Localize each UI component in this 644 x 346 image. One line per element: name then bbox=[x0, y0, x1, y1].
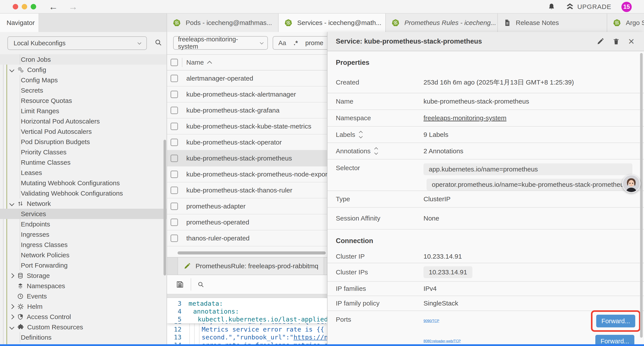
chevron-down-icon[interactable] bbox=[10, 325, 14, 330]
upgrade-button[interactable]: UPGRADE bbox=[566, 2, 611, 11]
sidebar-item-cron-jobs[interactable]: Cron Jobs bbox=[0, 54, 166, 65]
row-checkbox[interactable] bbox=[170, 107, 178, 114]
chevron-down-icon[interactable] bbox=[10, 201, 14, 206]
sidebar-item-horizontal-pod-autoscalers[interactable]: Horizontal Pod Autoscalers bbox=[0, 116, 166, 126]
port-forward-button[interactable]: Forward... bbox=[596, 315, 635, 327]
horizontal-scrollbar[interactable] bbox=[178, 251, 326, 255]
sidebar-item-network[interactable]: Network bbox=[0, 198, 166, 209]
row-checkbox[interactable] bbox=[170, 123, 178, 130]
chevron-right-icon[interactable] bbox=[10, 304, 14, 309]
table-row[interactable]: kube-prometheus-stack-prometheus-node-ex… bbox=[167, 166, 327, 182]
table-row[interactable]: prometheus-operated bbox=[167, 214, 327, 230]
notifications-bell-icon[interactable] bbox=[548, 3, 556, 11]
table-row[interactable]: prometheus-adapter bbox=[167, 198, 327, 214]
row-checkbox[interactable] bbox=[170, 235, 178, 242]
edit-pencil-icon[interactable] bbox=[597, 38, 604, 45]
editor-tab-prometheusrule[interactable]: PrometheusRule: freeleaps-prod-rabbitmq bbox=[178, 258, 324, 275]
sidebar-item-namespaces[interactable]: Namespaces bbox=[0, 281, 166, 291]
traffic-light-close[interactable] bbox=[13, 4, 18, 9]
sidebar-item-port-forwarding[interactable]: Port Forwarding bbox=[0, 260, 166, 271]
traffic-light-zoom[interactable] bbox=[31, 4, 36, 9]
tab-pods-icecheng-mathmas-[interactable]: Pods - icecheng@mathmas... bbox=[167, 13, 278, 32]
name-column-header[interactable]: Name bbox=[186, 59, 204, 66]
close-icon[interactable]: × bbox=[628, 36, 634, 47]
table-row[interactable]: kube-prometheus-stack-grafana bbox=[167, 102, 327, 118]
namespace-selector[interactable]: freeleaps-monitoring-system bbox=[173, 36, 268, 50]
regex-toggle[interactable]: .* bbox=[294, 39, 298, 47]
back-arrow-icon[interactable]: ← bbox=[49, 0, 58, 13]
sidebar-search-icon[interactable] bbox=[154, 38, 162, 46]
table-row[interactable]: kube-prometheus-stack-thanos-ruler bbox=[167, 182, 327, 198]
sidebar-item-runtime-classes[interactable]: Runtime Classes bbox=[0, 157, 166, 168]
annotations-value[interactable]: 2 Annotations bbox=[424, 147, 464, 155]
sidebar-item-vertical-pod-autoscalers[interactable]: Vertical Pod Autoscalers bbox=[0, 126, 166, 137]
port-link[interactable]: 8080:reloader-web/TCP bbox=[424, 339, 461, 343]
port-link[interactable]: 9090/TCP bbox=[424, 319, 439, 323]
sidebar-item-mutating-webhook-configurations[interactable]: Mutating Webhook Configurations bbox=[0, 178, 166, 188]
sidebar-item-custom-resources[interactable]: Custom Resources bbox=[0, 322, 166, 332]
delete-trash-icon[interactable] bbox=[612, 38, 620, 45]
sidebar-item-validating-webhook-configurations[interactable]: Validating Webhook Configurations bbox=[0, 188, 166, 198]
panel-scrollbar[interactable] bbox=[640, 53, 643, 338]
user-avatar[interactable] bbox=[622, 175, 640, 193]
sidebar-item-secrets[interactable]: Secrets bbox=[0, 85, 166, 95]
table-row[interactable]: thanos-ruler-operated bbox=[167, 230, 327, 246]
namespace-link[interactable]: freeleaps-monitoring-system bbox=[424, 114, 506, 122]
row-checkbox[interactable] bbox=[170, 91, 178, 98]
sidebar-item-priority-classes[interactable]: Priority Classes bbox=[0, 147, 166, 157]
sidebar-scrollbar[interactable] bbox=[164, 140, 166, 276]
sidebar-item-storage[interactable]: Storage bbox=[0, 271, 166, 281]
row-checkbox[interactable] bbox=[170, 187, 178, 194]
chevron-right-icon[interactable] bbox=[10, 273, 14, 278]
sidebar-item-ingresses[interactable]: Ingresses bbox=[0, 229, 166, 240]
tab-services-icecheng-math-[interactable]: Services - icecheng@math...× bbox=[278, 13, 386, 32]
sidebar-item-network-policies[interactable]: Network Policies bbox=[0, 250, 166, 260]
labels-value[interactable]: 9 Labels bbox=[424, 131, 448, 138]
table-search-input[interactable]: Aa .* prome bbox=[273, 36, 327, 50]
tab-navigator[interactable]: Navigator bbox=[0, 13, 39, 32]
table-row[interactable]: alertmanager-operated bbox=[167, 70, 327, 86]
tab-argo-se[interactable]: Argo Se bbox=[607, 13, 644, 32]
sidebar-item-config[interactable]: Config bbox=[0, 65, 166, 75]
expand-collapse-icon[interactable] bbox=[360, 131, 362, 138]
sidebar-item-services[interactable]: Services bbox=[0, 209, 166, 219]
sidebar-item-leases[interactable]: Leases bbox=[0, 168, 166, 178]
sidebar-item-helm[interactable]: Helm bbox=[0, 301, 166, 312]
sidebar-item-events[interactable]: Events bbox=[0, 291, 166, 301]
forward-arrow-icon[interactable]: → bbox=[68, 0, 78, 13]
sidebar-item-resource-quotas[interactable]: Resource Quotas bbox=[0, 95, 166, 106]
expand-collapse-icon[interactable] bbox=[375, 148, 378, 154]
save-icon[interactable] bbox=[176, 280, 184, 289]
sidebar-item-definitions[interactable]: Definitions bbox=[0, 332, 166, 343]
notification-count-badge[interactable]: 15 bbox=[622, 2, 632, 12]
table-row[interactable]: kube-prometheus-stack-operator bbox=[167, 134, 327, 150]
sidebar-item-config-maps[interactable]: Config Maps bbox=[0, 75, 166, 85]
sidebar-item-ingress-classes[interactable]: Ingress Classes bbox=[0, 240, 166, 250]
row-checkbox[interactable] bbox=[170, 219, 178, 226]
row-checkbox[interactable] bbox=[170, 203, 178, 210]
editor-tab-next[interactable] bbox=[324, 258, 327, 275]
chevron-down-icon[interactable] bbox=[10, 67, 14, 72]
select-all-checkbox[interactable] bbox=[170, 59, 178, 66]
match-case-toggle[interactable]: Aa bbox=[278, 39, 286, 47]
table-row[interactable]: kube-prometheus-stack-alertmanager bbox=[167, 86, 327, 102]
table-row[interactable]: kube-prometheus-stack-prometheus bbox=[167, 150, 327, 166]
table-row[interactable]: kube-prometheus-stack-kube-state-metrics bbox=[167, 118, 327, 134]
sidebar-item-access-control[interactable]: Access Control bbox=[0, 312, 166, 322]
kubeconfig-selector[interactable]: Local Kubeconfigs bbox=[8, 36, 147, 50]
tab-release-notes[interactable]: Release Notes bbox=[498, 13, 607, 32]
traffic-light-minimize[interactable] bbox=[22, 4, 27, 9]
yaml-line: 5kubectl.kubernetes.io/last-applied-con bbox=[167, 315, 327, 323]
row-checkbox[interactable] bbox=[170, 171, 178, 178]
sidebar-item-pod-disruption-budgets[interactable]: Pod Disruption Budgets bbox=[0, 137, 166, 147]
sidebar-item-limit-ranges[interactable]: Limit Ranges bbox=[0, 106, 166, 116]
row-checkbox[interactable] bbox=[170, 155, 178, 162]
row-checkbox[interactable] bbox=[170, 75, 178, 82]
yaml-editor[interactable]: 110", "for": "1m", "labels": { "service"… bbox=[167, 298, 327, 346]
tab-prometheus-rules-icecheng-[interactable]: Prometheus Rules - icecheng... bbox=[386, 13, 498, 32]
row-checkbox[interactable] bbox=[170, 139, 178, 146]
sidebar-item-endpoints[interactable]: Endpoints bbox=[0, 219, 166, 229]
sort-ascending-icon[interactable] bbox=[207, 61, 212, 66]
chevron-right-icon[interactable] bbox=[10, 314, 14, 319]
editor-search-icon[interactable] bbox=[197, 281, 204, 288]
